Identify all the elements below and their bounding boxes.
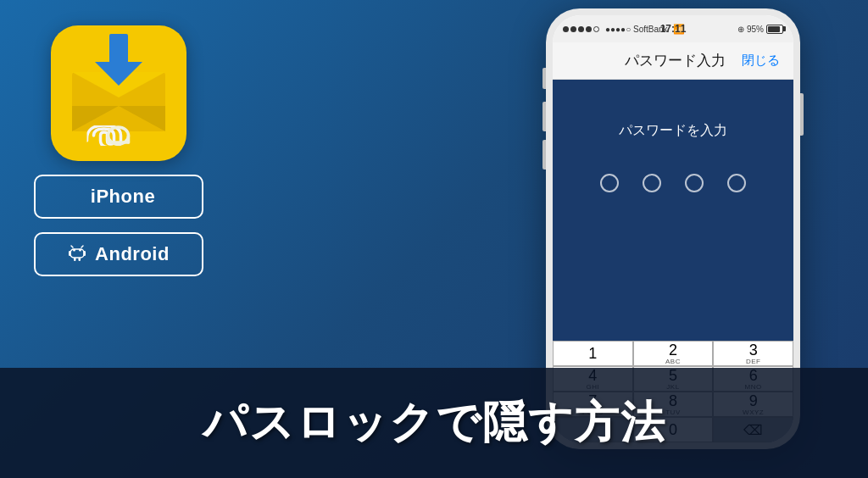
download-arrow-icon	[95, 34, 142, 86]
android-label: Android	[95, 243, 170, 265]
svg-rect-6	[70, 249, 84, 258]
signal-dot-3	[578, 26, 584, 32]
nav-title: パスワード入力	[625, 51, 726, 70]
power-button-icon	[800, 93, 804, 136]
svg-rect-10	[84, 251, 86, 256]
volume-down-button-icon	[542, 140, 546, 170]
pwd-dot-1	[600, 174, 619, 192]
signal-dot-5	[593, 26, 599, 32]
pwd-dot-4	[727, 174, 746, 192]
svg-rect-9	[69, 251, 71, 256]
key-1[interactable]: 1	[553, 341, 633, 366]
close-button[interactable]: 閉じる	[742, 53, 780, 69]
status-bar: ●●●●○ SoftBank 📶 17:11 ⊕ 95%	[553, 15, 793, 42]
signal-dot-4	[586, 26, 592, 32]
silent-switch-icon	[542, 68, 546, 89]
pwd-dot-2	[643, 174, 661, 192]
iphone-button[interactable]: iPhone	[34, 175, 203, 219]
left-section: iPhone Android	[34, 25, 203, 276]
app-icon	[51, 25, 186, 161]
paperclip-icon	[87, 125, 151, 146]
svg-rect-11	[74, 258, 76, 261]
android-icon	[68, 243, 86, 266]
signal-dots	[563, 26, 599, 32]
volume-up-button-icon	[542, 102, 546, 131]
location-icon: ⊕	[737, 25, 744, 34]
svg-line-8	[81, 246, 83, 247]
svg-line-7	[71, 246, 73, 247]
pwd-dot-3	[685, 174, 704, 192]
battery-percent: 95%	[747, 25, 764, 34]
battery-icon	[766, 25, 783, 34]
signal-dot-2	[570, 26, 576, 32]
key-3[interactable]: 3DEF	[713, 341, 793, 366]
iphone-label: iPhone	[91, 186, 155, 208]
carrier-name: ●●●●○ SoftBank	[605, 25, 668, 34]
android-button[interactable]: Android	[34, 232, 203, 276]
key-2[interactable]: 2ABC	[633, 341, 714, 366]
bottom-bar: パスロックで隠す方法	[0, 368, 868, 478]
status-right: ⊕ 95%	[737, 25, 783, 34]
password-dots	[600, 174, 746, 192]
svg-rect-12	[79, 258, 81, 261]
password-prompt: パスワードを入力	[602, 122, 744, 140]
page-title: パスロックで隠す方法	[203, 393, 666, 453]
status-time: 17:11	[660, 23, 687, 35]
signal-dot-1	[563, 26, 569, 32]
nav-bar: パスワード入力 閉じる	[553, 42, 793, 80]
